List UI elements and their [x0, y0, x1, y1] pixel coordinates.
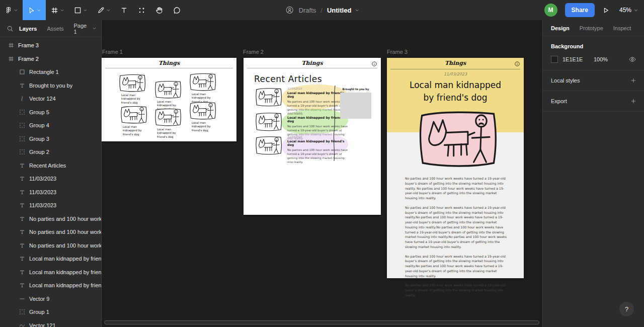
tab-prototype[interactable]: Prototype: [580, 25, 603, 31]
layer-label: Rectangle 1: [29, 69, 59, 75]
article-headline: Local man kidnapped by friend's dog: [287, 91, 349, 98]
article-date: 11/03/2023: [287, 112, 349, 115]
layer-label: Vector 121: [29, 322, 56, 327]
zoom-control[interactable]: 45%: [619, 7, 638, 14]
color-swatch[interactable]: [551, 56, 558, 63]
move-cursor-icon: [28, 7, 35, 14]
layer-row[interactable]: Vector 121: [0, 319, 101, 327]
shape-tool-button[interactable]: [69, 0, 92, 20]
color-hex-value[interactable]: 1E1E1E: [562, 56, 594, 62]
canvas[interactable]: Frame 1 Frame 2 Frame 3 Things Local man…: [102, 20, 542, 327]
layer-row[interactable]: Brought to you by: [0, 79, 101, 93]
tab-layers[interactable]: Layers: [19, 26, 37, 32]
layer-label: Recent Articles: [29, 162, 66, 169]
text-layer-icon: [19, 229, 25, 235]
layer-label: Local man kidnapped by frien...: [29, 282, 101, 288]
frame-layer-icon: [8, 42, 14, 48]
article-headline: Local man kidnapped by friend's dog: [287, 116, 349, 123]
chevron-down-icon: [84, 9, 87, 12]
help-button[interactable]: ?: [619, 302, 634, 316]
file-title[interactable]: Untitled: [327, 7, 359, 14]
layer-row[interactable]: Vector 9: [0, 292, 101, 306]
line-layer-icon: [19, 296, 25, 302]
move-tool-button[interactable]: [23, 0, 46, 20]
page-selector[interactable]: Page 1: [74, 23, 97, 35]
article-headline: Local man kidnapped by friend's dog: [287, 139, 349, 146]
layer-row[interactable]: Group 1: [0, 305, 101, 319]
frame-label[interactable]: Frame 3: [387, 49, 408, 55]
tab-assets[interactable]: Assets: [47, 26, 63, 32]
layer-row[interactable]: Local man kidnapped by frien...: [0, 252, 101, 266]
layer-label: 11/03/2023: [29, 202, 56, 208]
resources-button[interactable]: [133, 0, 150, 20]
frame-2[interactable]: Things Recent Articles 11/03/2023Local m…: [244, 58, 381, 215]
present-button[interactable]: [602, 7, 609, 14]
breadcrumb-project[interactable]: Drafts: [299, 7, 316, 14]
export-label: Export: [551, 98, 567, 104]
layer-row[interactable]: 11/03/2023: [0, 186, 101, 199]
tab-inspect[interactable]: Inspect: [613, 25, 631, 31]
layer-row[interactable]: Group 2: [0, 145, 101, 159]
layer-row[interactable]: Group 3: [0, 132, 101, 146]
layer-row[interactable]: Recent Articles: [0, 159, 101, 173]
layer-label: Group 1: [29, 309, 49, 315]
text-layer-icon: [19, 189, 25, 195]
user-avatar[interactable]: M: [544, 4, 557, 17]
group-layer-icon: [19, 109, 25, 115]
layer-label: Group 2: [29, 149, 49, 155]
layer-label: Group 4: [29, 122, 49, 128]
layer-row[interactable]: Local man kidnapped by frien...: [0, 266, 101, 279]
layer-row[interactable]: Frame 2: [0, 52, 101, 66]
vector-layer-icon: [19, 96, 25, 102]
text-tool-button[interactable]: [115, 0, 133, 20]
body-paragraph: No parties and 100 hour work weeks have …: [405, 205, 507, 250]
layer-row[interactable]: Local man kidnapped by frien...: [0, 279, 101, 292]
layer-row[interactable]: 11/03/2023: [0, 199, 101, 212]
layer-label: Group 3: [29, 136, 49, 142]
layer-row[interactable]: 11/03/2023: [0, 172, 101, 186]
body-paragraph: No parties and 100 hour work weeks have …: [405, 176, 507, 201]
horizontal-scrollbar[interactable]: [104, 320, 539, 324]
share-button[interactable]: Share: [565, 3, 595, 17]
hand-tool-button[interactable]: [150, 0, 168, 20]
top-toolbar: Drafts / Untitled M Share 45%: [0, 0, 644, 20]
layer-row[interactable]: Vector 124: [0, 92, 101, 106]
comment-tool-button[interactable]: [168, 0, 186, 20]
layer-label: Local man kidnapped by frien...: [29, 269, 101, 275]
search-icon[interactable]: [7, 26, 13, 32]
masthead-title: Things: [387, 60, 524, 66]
layer-row[interactable]: No parties and 100 hour work ...: [0, 225, 101, 239]
local-styles-row[interactable]: Local styles: [543, 70, 644, 91]
frame-label[interactable]: Frame 2: [243, 49, 264, 55]
layer-row[interactable]: Group 5: [0, 106, 101, 119]
dog-kidnap-doodle: [189, 72, 217, 92]
layer-row[interactable]: Rectangle 1: [0, 65, 101, 79]
pen-tool-icon: [97, 7, 105, 14]
user-circle-icon: [285, 6, 294, 15]
layer-row[interactable]: No parties and 100 hour work ...: [0, 239, 101, 253]
text-tool-icon: [120, 7, 128, 14]
export-row[interactable]: Export: [543, 91, 644, 112]
frame-3[interactable]: Things 11/03/2023 Local man kidnapped by…: [387, 58, 524, 278]
opacity-value[interactable]: 100%: [594, 56, 608, 62]
sponsor-label: Brought to you by: [340, 88, 371, 91]
text-layer-icon: [19, 83, 25, 89]
layer-row[interactable]: Frame 3: [0, 39, 101, 52]
pen-tool-button[interactable]: [92, 0, 115, 20]
hand-tool-icon: [155, 7, 163, 14]
layer-label: Brought to you by: [29, 83, 72, 89]
visibility-eye-icon[interactable]: [629, 57, 636, 62]
frame-label[interactable]: Frame 1: [102, 49, 123, 55]
add-export-icon[interactable]: [631, 99, 636, 104]
article-date: 11/03/2023: [287, 135, 349, 138]
dog-kidnap-doodle: [118, 73, 146, 93]
layer-row[interactable]: Group 4: [0, 119, 101, 132]
figma-menu-button[interactable]: [0, 0, 23, 20]
tab-design[interactable]: Design: [551, 25, 570, 31]
layer-row[interactable]: No parties and 100 hour work ...: [0, 212, 101, 226]
layer-label: Vector 124: [29, 96, 56, 102]
frame-1[interactable]: Things Local man kidnapped by friend's d…: [102, 58, 236, 141]
frame-tool-button[interactable]: [46, 0, 69, 20]
file-title-text: Untitled: [327, 7, 351, 14]
add-style-icon[interactable]: [631, 78, 636, 83]
